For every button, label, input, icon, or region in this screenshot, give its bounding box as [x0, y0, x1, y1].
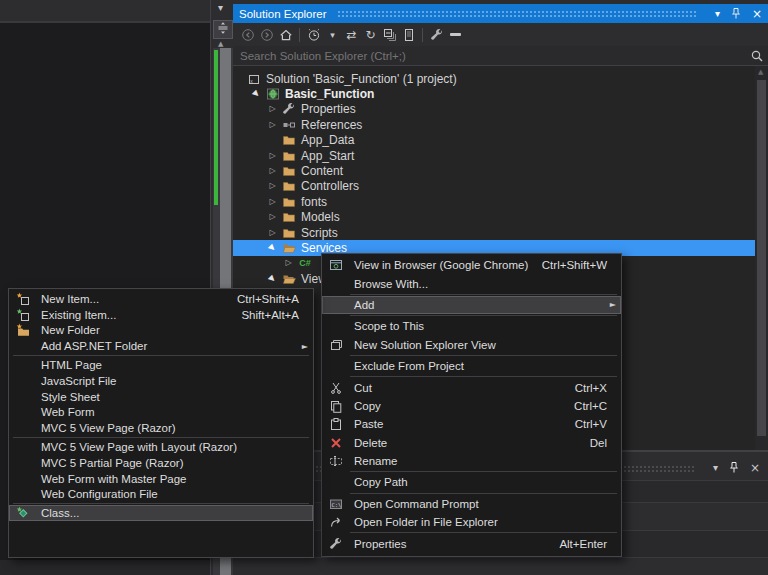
menu-item-add-asp-net-folder[interactable]: Add ASP.NET Folder► [9, 338, 313, 354]
home-icon[interactable] [276, 26, 295, 44]
folder-icon [281, 179, 297, 193]
tree-item-fonts[interactable]: ▷fonts [233, 194, 755, 209]
menu-item-web-form-with-master-page[interactable]: Web Form with Master Page [9, 471, 313, 487]
window-position-icon[interactable]: ▾ [713, 463, 718, 473]
menu-item-view-in-browser-google-chrome[interactable]: View in Browser (Google Chrome)Ctrl+Shif… [322, 256, 621, 274]
menu-item-paste[interactable]: PasteCtrl+V [322, 415, 621, 433]
tree-item-models[interactable]: ▷Models [233, 210, 755, 225]
menu-item-cut[interactable]: CutCtrl+X [322, 378, 621, 396]
collapse-arrow-icon[interactable]: ▶ [264, 244, 281, 252]
tree-item-solution-basic-function-1-project[interactable]: xSolution 'Basic_Function' (1 project) [233, 71, 755, 86]
menu-separator [350, 471, 617, 472]
expand-arrow-icon[interactable]: ▷ [264, 198, 281, 206]
menu-item-html-page[interactable]: HTML Page [9, 357, 313, 373]
tree-item-controllers[interactable]: ▷Controllers [233, 179, 755, 194]
caret-down-icon[interactable]: ▾ [323, 26, 342, 44]
tree-item-label: Content [301, 164, 343, 178]
references-icon [281, 118, 297, 132]
tree-item-references[interactable]: ▷References [233, 117, 755, 132]
wrench-icon[interactable] [427, 26, 446, 44]
refresh-icon[interactable]: ↻ [361, 26, 380, 44]
menu-item-class[interactable]: Class... [9, 505, 313, 521]
editor-horizontal-scrollbar[interactable] [0, 560, 210, 575]
menu-item-shortcut: Shift+Alt+A [241, 309, 313, 321]
show-all-files-icon[interactable] [446, 26, 465, 44]
menu-item-mvc-5-view-page-with-layout-razor[interactable]: MVC 5 View Page with Layout (Razor) [9, 439, 313, 455]
scrollbar-options-caret-icon[interactable]: ▾ [218, 2, 223, 13]
expand-arrow-icon[interactable]: ▷ [264, 105, 281, 113]
tree-item-app-data[interactable]: App_Data [233, 133, 755, 148]
menu-separator [350, 315, 617, 316]
menu-item-existing-item[interactable]: Existing Item...Shift+Alt+A [9, 307, 313, 323]
collapse-arrow-icon[interactable]: ▶ [264, 275, 281, 283]
wrench-icon [281, 102, 297, 116]
expand-arrow-icon[interactable]: ▷ [264, 182, 281, 190]
pin-icon[interactable] [729, 7, 743, 21]
menu-item-copy[interactable]: CopyCtrl+C [322, 397, 621, 415]
search-input[interactable] [233, 50, 746, 62]
menu-item-mvc-5-partial-page-razor[interactable]: MVC 5 Partial Page (Razor) [9, 455, 313, 471]
tree-item-properties[interactable]: ▷Properties [233, 102, 755, 117]
menu-item-mvc-5-view-page-razor[interactable]: MVC 5 View Page (Razor) [9, 420, 313, 436]
menu-item-new-solution-explorer-view[interactable]: New Solution Explorer View [322, 336, 621, 354]
expand-arrow-icon[interactable]: ▷ [280, 259, 297, 267]
menu-item-add[interactable]: Add► [322, 296, 621, 314]
menu-item-web-configuration-file[interactable]: Web Configuration File [9, 487, 313, 503]
splitter-handle[interactable] [213, 20, 233, 39]
tree-item-content[interactable]: ▷Content [233, 163, 755, 178]
tree-item-basic-function[interactable]: ▶Basic_Function [233, 86, 755, 101]
menu-item-javascript-file[interactable]: JavaScript File [9, 373, 313, 389]
menu-item-copy-path[interactable]: Copy Path [322, 473, 621, 491]
menu-item-label: New Solution Explorer View [354, 339, 496, 351]
collapse-arrow-icon[interactable]: ▶ [248, 90, 265, 98]
folder-icon [281, 164, 297, 178]
back-icon[interactable] [238, 26, 257, 44]
tree-scrollbar[interactable]: ▲ [755, 66, 768, 452]
folder-open-icon [281, 272, 297, 286]
menu-item-browse-with[interactable]: Browse With... [322, 274, 621, 292]
menu-item-open-folder-in-file-explorer[interactable]: Open Folder in File Explorer [322, 513, 621, 531]
tree-item-label: App_Start [301, 149, 354, 163]
menu-item-delete[interactable]: DeleteDel [322, 434, 621, 452]
menu-item-label: View in Browser (Google Chrome) [354, 259, 528, 271]
new-item-icon [13, 291, 33, 307]
tree-item-label: References [301, 118, 362, 132]
solution-explorer-titlebar[interactable]: Solution Explorer ▾ × [233, 4, 768, 23]
menu-separator [350, 376, 617, 377]
menu-item-label: MVC 5 Partial Page (Razor) [41, 457, 184, 469]
expand-arrow-icon[interactable]: ▷ [264, 121, 281, 129]
menu-item-style-sheet[interactable]: Style Sheet [9, 389, 313, 405]
menu-item-scope-to-this[interactable]: Scope to This [322, 317, 621, 335]
blank-icon [326, 357, 346, 375]
window-position-icon[interactable]: ▾ [715, 9, 720, 19]
menu-item-rename[interactable]: Rename [322, 452, 621, 470]
expand-arrow-icon[interactable]: ▷ [264, 229, 281, 237]
scroll-up-icon[interactable]: ▲ [218, 40, 223, 48]
tree-item-scripts[interactable]: ▷Scripts [233, 225, 755, 240]
pending-filter-icon[interactable] [304, 26, 323, 44]
expand-arrow-icon[interactable]: ▷ [264, 213, 281, 221]
collapse-all-icon[interactable] [380, 26, 399, 44]
preview-icon[interactable] [399, 26, 418, 44]
menu-item-new-item[interactable]: New Item...Ctrl+Shift+A [9, 291, 313, 307]
existing-item-icon [13, 307, 33, 323]
menu-item-exclude-from-project[interactable]: Exclude From Project [322, 357, 621, 375]
tree-item-app-start[interactable]: ▷App_Start [233, 148, 755, 163]
close-icon[interactable]: × [750, 462, 760, 474]
sync-icon[interactable]: ⇄ [342, 26, 361, 44]
close-icon[interactable]: × [752, 8, 762, 20]
expand-arrow-icon[interactable]: ▷ [264, 167, 281, 175]
menu-separator [350, 532, 617, 533]
menu-item-open-command-prompt[interactable]: C:\Open Command Prompt [322, 495, 621, 513]
forward-icon[interactable] [257, 26, 276, 44]
delete-icon [326, 434, 346, 452]
expand-arrow-icon[interactable]: ▷ [264, 152, 281, 160]
tree-scroll-up-icon[interactable]: ▲ [758, 68, 763, 76]
menu-item-properties[interactable]: PropertiesAlt+Enter [322, 534, 621, 552]
menu-item-label: JavaScript File [41, 375, 116, 387]
svg-text:C:\: C:\ [331, 501, 341, 507]
menu-item-new-folder[interactable]: New Folder [9, 323, 313, 339]
menu-item-web-form[interactable]: Web Form [9, 405, 313, 421]
tree-scrollbar-thumb[interactable] [757, 80, 766, 436]
pin-icon[interactable] [727, 461, 741, 475]
